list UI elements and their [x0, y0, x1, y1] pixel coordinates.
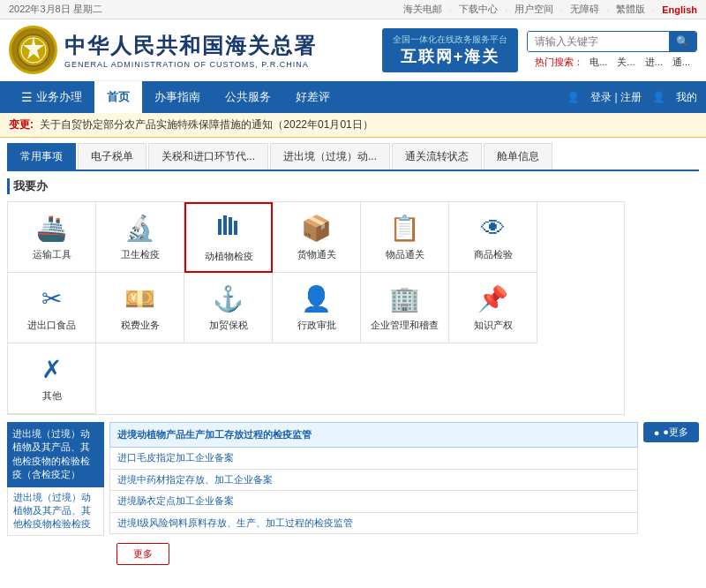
ip-label: 知识产权: [474, 319, 513, 331]
item-cargo[interactable]: 📦 货物通关: [273, 202, 361, 273]
header: 中华人民共和国海关总署 GENERAL ADMINISTRATION OF CU…: [0, 19, 706, 81]
item-food[interactable]: ✂ 进出口食品: [8, 273, 96, 343]
search-input[interactable]: [528, 32, 669, 51]
tab-common[interactable]: 常用事项: [7, 143, 76, 170]
tax-label: 税费业务: [121, 319, 160, 331]
admin-label: 行政审批: [297, 319, 336, 331]
item-enterprise[interactable]: 🏢 企业管理和稽查: [361, 273, 449, 343]
notice-bar: 变更: 关于自贸协定部分农产品实施特殊保障措施的通知（2022年01月01日）: [0, 113, 706, 138]
icon-grid: 🚢 运输工具 🔬 卫生检疫 动植物检疫 📦 货物通关 📋 物品通: [7, 201, 625, 415]
item-health[interactable]: 🔬 卫生检疫: [96, 202, 184, 273]
nav-item-public[interactable]: 公共服务: [213, 81, 283, 113]
nav-item-guide[interactable]: 办事指南: [142, 81, 213, 113]
left-panel: 进出境（过境）动植物及其产品、其他检疫物的检验检疫（含检疫定） 进出境（过境）动…: [7, 422, 104, 536]
search-area: 🔍 热门搜索： 电... 关... 进... 通...: [527, 31, 697, 69]
cargo-label: 货物通关: [297, 248, 336, 260]
admin-icon: 👤: [301, 284, 332, 313]
right-panel-item-3[interactable]: 进境Ⅰ级风险饲料原料存放、生产、加工过程的检疫监管: [109, 513, 638, 534]
goods-label: 物品通关: [386, 248, 424, 260]
top-bar-links: 海关电邮 · 下载中心 · 用户空间 · 无障碍 · 繁體版 · English: [403, 3, 697, 16]
right-panel-item-0[interactable]: 进口毛皮指定加工企业备案: [109, 448, 638, 469]
logo-text: 中华人民共和国海关总署 GENERAL ADMINISTRATION OF CU…: [64, 32, 317, 69]
hot-link-1[interactable]: 电...: [590, 57, 607, 67]
platform-main: 互联网+海关: [393, 46, 507, 67]
notice-prefix: 变更:: [9, 118, 34, 131]
other-label: 其他: [42, 389, 62, 402]
logo-en: GENERAL ADMINISTRATION OF CUSTOMS, P.R.C…: [64, 60, 317, 69]
nav-item-home[interactable]: 首页: [94, 81, 142, 113]
my-icon: 👤: [652, 91, 665, 103]
right-panel-item-2[interactable]: 进境肠衣定点加工企业备案: [109, 491, 638, 512]
hot-search: 热门搜索： 电... 关... 进... 通...: [535, 56, 697, 69]
nav-label-business: 业务办理: [36, 89, 82, 105]
date-label: 2022年3月8日 星期二: [9, 3, 102, 16]
other-icon: ✗: [41, 355, 62, 384]
nav-right: 👤 登录 | 注册 👤 我的: [567, 90, 697, 105]
download-center-link[interactable]: 下载中心: [459, 3, 498, 16]
more-button[interactable]: ● ●更多: [643, 422, 699, 442]
platform-box: 全国一体化在线政务服务平台 互联网+海关: [382, 28, 518, 72]
item-transport[interactable]: 🚢 运输工具: [8, 202, 96, 273]
item-ip[interactable]: 📌 知识产权: [449, 273, 537, 343]
more-btn-area: ● ●更多: [643, 422, 699, 448]
logo-area: 中华人民共和国海关总署 GENERAL ADMINISTRATION OF CU…: [9, 26, 373, 74]
item-tax[interactable]: 💴 税费业务: [96, 273, 184, 343]
trade-label: 加贸保税: [209, 319, 248, 331]
section-title: 我要办: [7, 178, 699, 194]
right-panel-header[interactable]: 进境动植物产品生产加工存放过程的检疫监管: [109, 422, 638, 448]
item-commodity[interactable]: 👁 商品检验: [449, 202, 537, 273]
traditional-chinese-link[interactable]: 繁體版: [616, 3, 645, 16]
tab-manifest[interactable]: 舱单信息: [484, 143, 552, 170]
hot-link-2[interactable]: 关...: [617, 57, 635, 67]
lower-panels: 进出境（过境）动植物及其产品、其他检疫物的检验检疫（含检疫定） 进出境（过境）动…: [7, 422, 699, 574]
right-more-button[interactable]: 更多: [116, 543, 169, 565]
hot-label: 热门搜索：: [535, 57, 583, 67]
item-admin[interactable]: 👤 行政审批: [273, 273, 361, 343]
left-panel-header[interactable]: 进出境（过境）动植物及其产品、其他检疫物的检验检疫（含检疫定）: [7, 422, 104, 487]
search-button[interactable]: 🔍: [669, 32, 696, 51]
right-panel-footer: 更多: [109, 538, 638, 570]
commodity-label: 商品检验: [474, 248, 513, 260]
platform-sub: 全国一体化在线政务服务平台: [393, 34, 507, 46]
svg-rect-3: [218, 219, 222, 235]
item-animal[interactable]: 动植物检疫: [184, 202, 273, 273]
accessibility-link[interactable]: 无障碍: [570, 3, 599, 16]
tab-clearance[interactable]: 通关流转状态: [392, 143, 482, 170]
nav-item-business[interactable]: ☰ 业务办理: [9, 81, 94, 113]
commodity-icon: 👁: [481, 214, 506, 243]
main-section: 我要办 🚢 运输工具 🔬 卫生检疫 动植物检疫 📦 货物通关: [7, 178, 699, 415]
right-panel-item-1[interactable]: 进境中药材指定存放、加工企业备案: [109, 470, 638, 491]
hot-link-3[interactable]: 进...: [645, 57, 663, 67]
my-link[interactable]: 我的: [676, 90, 697, 105]
tab-animal[interactable]: 进出境（过境）动...: [270, 143, 390, 170]
nav-item-feedback[interactable]: 好差评: [283, 81, 342, 113]
tab-tariff[interactable]: 关税和进口环节代...: [148, 143, 268, 170]
nav-label-home: 首页: [107, 89, 130, 105]
transport-label: 运输工具: [33, 248, 71, 260]
item-trade[interactable]: ⚓ 加贸保税: [184, 273, 273, 343]
tab-etax[interactable]: 电子税单: [78, 143, 146, 170]
top-bar: 2022年3月8日 星期二 海关电邮 · 下载中心 · 用户空间 · 无障碍 ·…: [0, 0, 706, 19]
main-tabs: 常用事项 电子税单 关税和进口环节代... 进出境（过境）动... 通关流转状态…: [7, 143, 699, 171]
hot-link-4[interactable]: 通...: [672, 57, 690, 67]
item-other[interactable]: ✗ 其他: [8, 343, 96, 414]
more-label: ●更多: [663, 426, 688, 439]
svg-rect-5: [229, 217, 232, 235]
health-label: 卫生检疫: [121, 248, 160, 260]
cargo-icon: 📦: [301, 214, 332, 243]
logo-emblem: [9, 26, 57, 74]
notice-text: 关于自贸协定部分农产品实施特殊保障措施的通知（2022年01月01日）: [40, 118, 372, 131]
nav-label-feedback: 好差评: [296, 89, 330, 105]
enterprise-icon: 🏢: [389, 284, 420, 313]
ip-icon: 📌: [477, 284, 508, 313]
left-panel-item-0[interactable]: 进出境（过境）动植物及其产品、其他检疫物检验检疫: [7, 487, 104, 536]
user-space-link[interactable]: 用户空间: [514, 3, 553, 16]
nav-label-guide: 办事指南: [154, 89, 200, 105]
main-nav: ☰ 业务办理 首页 办事指南 公共服务 好差评 👤 登录 | 注册 👤 我的: [0, 81, 706, 113]
login-register-link[interactable]: 登录 | 注册: [590, 90, 642, 105]
svg-rect-6: [234, 221, 237, 235]
login-icon: 👤: [567, 91, 580, 103]
haiguan-email-link[interactable]: 海关电邮: [403, 3, 442, 16]
english-link[interactable]: English: [662, 4, 697, 15]
item-goods[interactable]: 📋 物品通关: [361, 202, 449, 273]
